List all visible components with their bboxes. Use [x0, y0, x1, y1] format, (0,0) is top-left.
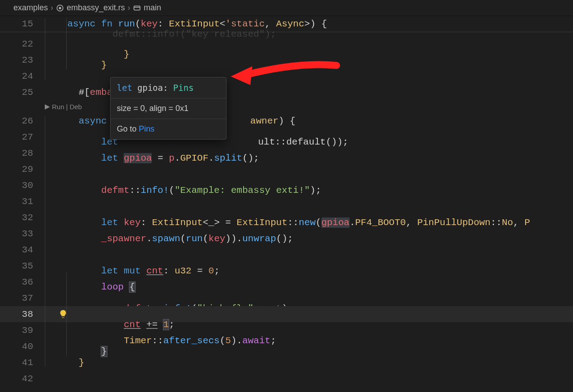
- breadcrumb: examples › embassy_exit.rs › main: [0, 0, 573, 16]
- code-line[interactable]: 41 }: [0, 354, 573, 371]
- breadcrumb-item-examples[interactable]: examples: [13, 3, 48, 13]
- hover-goto-row[interactable]: Go to Pins: [111, 119, 226, 139]
- line-number: 26: [0, 116, 45, 126]
- hover-goto-link[interactable]: Pins: [139, 124, 154, 133]
- line-number-sticky: 15: [0, 19, 45, 29]
- line-number: 38: [0, 309, 45, 320]
- line-number: 29: [0, 164, 45, 175]
- line-number: 31: [0, 196, 45, 207]
- line-number: 33: [0, 229, 45, 239]
- chevron-right-icon: ›: [128, 3, 130, 13]
- rust-file-icon: [56, 4, 64, 12]
- symbol-function-icon: [133, 4, 141, 12]
- line-number: 35: [0, 261, 45, 271]
- line-number: 28: [0, 148, 45, 158]
- code-line[interactable]: 40 }: [0, 338, 573, 354]
- line-number: 40: [0, 341, 45, 352]
- code-line[interactable]: 23 }: [0, 52, 573, 68]
- line-number: 24: [0, 71, 45, 81]
- breadcrumb-label: embassy_exit.rs: [67, 3, 125, 13]
- line-number: 30: [0, 180, 45, 191]
- code-line[interactable]: 30 defmt::info!("Example: embassy exti!"…: [0, 177, 573, 193]
- hover-tooltip[interactable]: let gpioa: Pins size = 0, align = 0x1 Go…: [110, 77, 227, 140]
- breadcrumb-item-file[interactable]: embassy_exit.rs: [56, 3, 125, 13]
- line-number: 36: [0, 277, 45, 287]
- code-line[interactable]: 25 #[embass: [0, 84, 573, 100]
- svg-rect-2: [134, 6, 140, 10]
- breadcrumb-item-symbol[interactable]: main: [133, 3, 161, 13]
- code-line[interactable]: 28 let gpioa = p.GPIOF.split();: [0, 145, 573, 161]
- line-number: 23: [0, 55, 45, 65]
- line-number: 37: [0, 293, 45, 303]
- line-number: 41: [0, 358, 45, 368]
- code-editor[interactable]: 21 defmt::info!("key released"); 22 } 23…: [0, 32, 573, 387]
- line-number: 34: [0, 245, 45, 255]
- line-number: 22: [0, 39, 45, 49]
- breadcrumb-label: main: [144, 3, 161, 13]
- line-number: 39: [0, 325, 45, 336]
- hover-type-info: size = 0, align = 0x1: [111, 98, 226, 119]
- line-number: 42: [0, 374, 45, 384]
- svg-point-1: [59, 7, 61, 9]
- chevron-right-icon: ›: [51, 3, 53, 13]
- line-number: 25: [0, 87, 45, 98]
- breadcrumb-label: examples: [13, 3, 48, 13]
- code-line[interactable]: 33 _spawner.spawn(run(key)).unwrap();: [0, 226, 573, 242]
- code-line[interactable]: 42: [0, 371, 573, 387]
- line-number: 32: [0, 213, 45, 223]
- line-number: 27: [0, 132, 45, 142]
- hover-signature: let gpioa: Pins: [111, 77, 226, 98]
